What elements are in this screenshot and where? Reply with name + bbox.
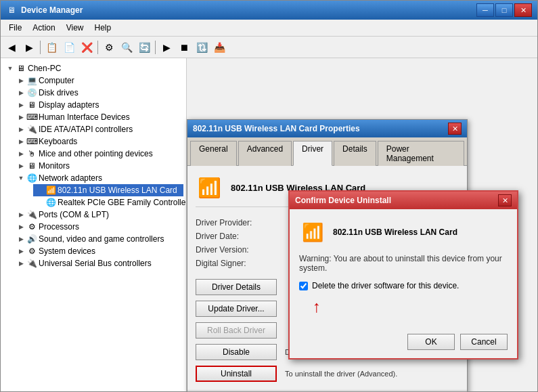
menu-action[interactable]: Action: [27, 21, 60, 35]
tab-power[interactable]: Power Management: [378, 141, 464, 166]
toolbar-btn-3[interactable]: 📄: [61, 39, 77, 56]
computer-expand[interactable]: ▶: [17, 77, 25, 85]
keyboard-expand[interactable]: ▶: [17, 137, 25, 146]
toolbar-btn-2[interactable]: 📋: [43, 39, 60, 56]
toolbar-btn-10[interactable]: 🔃: [194, 39, 210, 56]
label-hid: Human Interface Devices: [39, 112, 130, 122]
roll-back-button[interactable]: Roll Back Driver: [196, 322, 277, 339]
usb-expand[interactable]: ▶: [17, 259, 25, 267]
tree-item-processors[interactable]: ▶ ⚙ Processors: [14, 221, 183, 233]
minimize-button[interactable]: ─: [476, 3, 494, 17]
window-title: Device Manager: [21, 5, 476, 15]
monitors-expand[interactable]: ▶: [17, 162, 25, 170]
label-wireless: 802.11n USB Wireless LAN Card: [58, 186, 177, 195]
display-expand[interactable]: ▶: [17, 101, 25, 109]
disk-expand[interactable]: ▶: [17, 89, 25, 97]
properties-tabs: General Advanced Driver Details Power Ma…: [187, 137, 467, 166]
uninstall-button[interactable]: Uninstall: [196, 366, 277, 382]
toolbar-btn-9[interactable]: ⏹: [176, 39, 192, 56]
tab-general[interactable]: General: [190, 141, 237, 166]
tree-root-item[interactable]: ▼ 🖥 Chen-PC: [3, 62, 183, 74]
label-sound: Sound, video and game controllers: [39, 234, 164, 244]
tree-item-network[interactable]: ▼ 🌐 Network adapters: [14, 172, 183, 184]
tab-details[interactable]: Details: [334, 141, 376, 166]
driver-details-button[interactable]: Driver Details: [196, 279, 277, 295]
date-label: Driver Date:: [196, 232, 277, 241]
forward-button[interactable]: ▶: [21, 39, 37, 56]
mice-expand[interactable]: ▶: [17, 150, 25, 158]
ports-icon: 🔌: [26, 209, 37, 220]
ports-expand[interactable]: ▶: [17, 211, 25, 219]
tree-item-hid[interactable]: ▶ ⌨ Human Interface Devices: [14, 111, 183, 123]
ide-icon: 🔌: [26, 124, 37, 135]
toolbar-btn-4[interactable]: ❌: [79, 39, 95, 56]
disable-button[interactable]: Disable: [196, 344, 277, 360]
provider-label: Driver Provider:: [196, 218, 277, 227]
menu-help[interactable]: Help: [89, 21, 117, 35]
back-button[interactable]: ◀: [3, 39, 20, 56]
tree-item-computer[interactable]: ▶ 💻 Computer: [14, 74, 183, 87]
label-processors: Processors: [39, 222, 79, 232]
close-button[interactable]: ✕: [514, 3, 532, 17]
label-display: Display adapters: [39, 100, 99, 110]
menu-file[interactable]: File: [3, 21, 27, 35]
tab-driver[interactable]: Driver: [293, 141, 332, 166]
toolbar-btn-5[interactable]: ⚙: [101, 39, 117, 56]
sound-icon: 🔊: [26, 234, 37, 244]
title-controls: ─ □ ✕: [476, 3, 532, 17]
confirm-close-button[interactable]: ✕: [498, 194, 512, 206]
confirm-ok-button[interactable]: OK: [407, 334, 455, 350]
label-computer: Computer: [39, 76, 74, 85]
tree-item-ports[interactable]: ▶ 🔌 Ports (COM & LPT): [14, 209, 183, 221]
device-icon-large: 📶: [196, 174, 223, 201]
properties-title-bar: 802.11n USB Wireless LAN Card Properties…: [187, 120, 467, 137]
wireless-icon: 📶: [45, 185, 56, 196]
menu-view[interactable]: View: [61, 21, 89, 35]
maximize-button[interactable]: □: [495, 3, 513, 17]
tree-item-realtek[interactable]: 🌐 Realtek PCIe GBE Family Controlle...: [33, 196, 183, 209]
tree-children: ▶ 💻 Computer ▶ 💿 Disk drives ▶ 🖥 Display…: [3, 74, 183, 269]
tree-item-display[interactable]: ▶ 🖥 Display adapters: [14, 99, 183, 111]
toolbar-sep-3: [155, 41, 156, 54]
root-label: Chen-PC: [28, 64, 61, 73]
update-driver-button[interactable]: Update Driver...: [196, 301, 277, 317]
processors-expand[interactable]: ▶: [17, 223, 25, 231]
system-icon: ⚙: [26, 246, 37, 257]
tree-item-mice[interactable]: ▶ 🖱 Mice and other pointing devices: [14, 148, 183, 160]
tree-item-keyboard[interactable]: ▶ ⌨ Keyboards: [14, 135, 183, 148]
tree-item-sound[interactable]: ▶ 🔊 Sound, video and game controllers: [14, 233, 183, 245]
signer-label: Digital Signer:: [196, 259, 277, 268]
ide-expand[interactable]: ▶: [17, 125, 25, 133]
tree-item-system[interactable]: ▶ ⚙ System devices: [14, 245, 183, 257]
tree-item-usb[interactable]: ▶ 🔌 Universal Serial Bus controllers: [14, 257, 183, 269]
sound-expand[interactable]: ▶: [17, 235, 25, 243]
toolbar-btn-6[interactable]: 🔍: [118, 39, 135, 56]
confirm-checkbox-row: Delete the driver software for this devi…: [299, 281, 459, 290]
wireless-expand: [36, 186, 44, 194]
label-keyboard: Keyboards: [39, 137, 77, 146]
uninstall-row: Uninstall To uninstall the driver (Advan…: [196, 366, 459, 382]
delete-driver-checkbox[interactable]: [299, 282, 308, 290]
app-icon: 🖥: [6, 5, 17, 16]
tab-advanced[interactable]: Advanced: [238, 141, 292, 166]
tree-item-ide[interactable]: ▶ 🔌 IDE ATA/ATAPI controllers: [14, 123, 183, 135]
root-expand-icon[interactable]: ▼: [6, 64, 14, 72]
confirm-title: Confirm Device Uninstall: [295, 196, 498, 205]
hid-expand[interactable]: ▶: [17, 113, 25, 121]
tree-panel: ▼ 🖥 Chen-PC ▶ 💻 Computer ▶ 💿 Disk drives: [1, 58, 187, 391]
toolbar-btn-8[interactable]: ▶: [158, 39, 175, 56]
tree-item-monitors[interactable]: ▶ 🖥 Monitors: [14, 160, 183, 172]
label-ports: Ports (COM & LPT): [39, 210, 109, 219]
confirm-warning: Warning: You are about to uninstall this…: [299, 254, 508, 273]
properties-close-button[interactable]: ✕: [448, 123, 462, 135]
confirm-cancel-button[interactable]: Cancel: [460, 334, 508, 350]
tree-item-wireless[interactable]: 📶 802.11n USB Wireless LAN Card: [33, 184, 183, 196]
tree-item-disk[interactable]: ▶ 💿 Disk drives: [14, 87, 183, 99]
usb-icon: 🔌: [26, 258, 37, 269]
system-expand[interactable]: ▶: [17, 247, 25, 255]
computer-icon: 🖥: [16, 63, 26, 74]
toolbar-btn-7[interactable]: 🔄: [136, 39, 152, 56]
toolbar-btn-11[interactable]: 📥: [211, 39, 227, 56]
label-ide: IDE ATA/ATAPI controllers: [39, 125, 133, 134]
network-expand[interactable]: ▼: [17, 174, 25, 182]
